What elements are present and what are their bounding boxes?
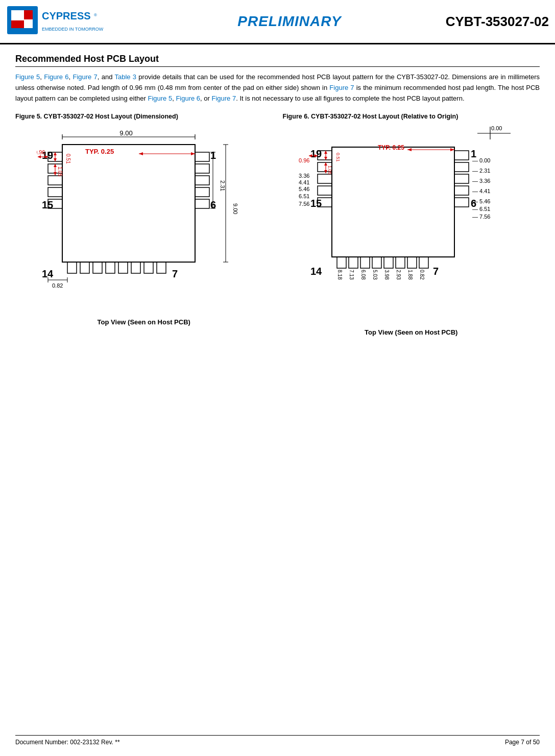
- svg-rect-76: [454, 151, 469, 160]
- svg-text:0.82: 0.82: [419, 270, 425, 280]
- figure6-link[interactable]: Figure 6: [44, 73, 68, 81]
- figure7-link2[interactable]: Figure 7: [329, 84, 354, 91]
- svg-rect-82: [349, 257, 358, 268]
- main-content: Recommended Host PCB Layout Figure 5, Fi…: [0, 44, 555, 357]
- figure7-link[interactable]: Figure 7: [73, 73, 98, 81]
- intro-paragraph: Figure 5, Figure 6, Figure 7, and Table …: [15, 72, 540, 104]
- svg-rect-20: [195, 152, 209, 161]
- svg-marker-4: [24, 10, 33, 19]
- svg-text:8.18: 8.18: [337, 270, 343, 280]
- svg-marker-5: [11, 20, 24, 28]
- svg-rect-18: [48, 187, 62, 197]
- svg-text:— 6.51: — 6.51: [472, 206, 490, 212]
- svg-text:19: 19: [310, 148, 322, 159]
- svg-text:0.82: 0.82: [52, 282, 63, 289]
- svg-text:2.31: 2.31: [220, 180, 226, 191]
- svg-rect-30: [131, 262, 140, 273]
- svg-text:6: 6: [210, 199, 216, 210]
- svg-text:— 5.46: — 5.46: [472, 198, 490, 204]
- cypress-logo: CYPRESS EMBEDDED IN TOMORROW ®: [6, 5, 118, 38]
- svg-text:1.05: 1.05: [57, 167, 63, 177]
- svg-rect-26: [80, 262, 89, 273]
- svg-marker-49: [139, 152, 143, 155]
- svg-rect-31: [144, 262, 153, 273]
- svg-rect-70: [332, 147, 454, 257]
- svg-text:7.13: 7.13: [349, 270, 354, 280]
- figures-row: Figure 5. CYBT-353027-02 Host Layout (Di…: [15, 113, 540, 336]
- svg-text:— 7.56: — 7.56: [472, 214, 490, 220]
- figure5-top-view-label: Top View (Seen on Host PCB): [98, 318, 190, 326]
- svg-text:— 4.41: — 4.41: [472, 188, 490, 194]
- figure6-link2[interactable]: Figure 6: [176, 94, 200, 102]
- page-header: CYPRESS EMBEDDED IN TOMORROW ® PRELIMINA…: [0, 0, 555, 44]
- svg-text:5.46: 5.46: [299, 186, 309, 192]
- svg-rect-84: [372, 257, 381, 268]
- svg-rect-78: [454, 174, 469, 183]
- svg-rect-29: [118, 262, 128, 273]
- figure5-caption: Figure 5. CYBT-353027-02 Host Layout (Di…: [15, 113, 178, 120]
- svg-rect-86: [396, 257, 405, 268]
- svg-text:14: 14: [310, 266, 322, 277]
- figure6-diagram: 0.00: [283, 124, 540, 323]
- svg-text:9.00: 9.00: [232, 203, 238, 214]
- svg-text:CYPRESS: CYPRESS: [42, 10, 91, 21]
- svg-text:EMBEDDED IN TOMORROW: EMBEDDED IN TOMORROW: [42, 27, 104, 32]
- svg-text:0.51: 0.51: [335, 153, 341, 162]
- svg-text:6.08: 6.08: [360, 270, 366, 280]
- svg-rect-25: [67, 262, 77, 273]
- svg-rect-80: [454, 198, 469, 207]
- svg-rect-81: [337, 257, 346, 268]
- figure6-block: Figure 6. CYBT-353027-02 Host Layout (Re…: [283, 113, 540, 336]
- table3-link[interactable]: Table 3: [114, 73, 136, 81]
- footer-page-number: Page 7 of 50: [505, 739, 540, 746]
- svg-marker-117: [324, 157, 327, 160]
- svg-text:15: 15: [310, 198, 322, 209]
- svg-text:TYP. 0.25: TYP. 0.25: [85, 148, 114, 155]
- svg-marker-44: [54, 152, 57, 155]
- svg-text:7.56: 7.56: [299, 201, 309, 207]
- svg-text:9.00: 9.00: [119, 129, 132, 137]
- figure5-block: Figure 5. CYBT-353027-02 Host Layout (Di…: [15, 113, 273, 336]
- svg-rect-23: [195, 187, 209, 197]
- svg-text:2.93: 2.93: [396, 270, 401, 280]
- svg-text:— 2.31: — 2.31: [472, 168, 490, 174]
- svg-rect-21: [195, 164, 209, 173]
- svg-marker-114: [450, 148, 454, 151]
- figure5-diagram: 9.00: [15, 124, 273, 313]
- figure5-svg: 9.00: [37, 124, 251, 313]
- section-heading: Recommended Host PCB Layout: [15, 54, 540, 67]
- header-part-number: CYBT-353027-02: [437, 14, 549, 30]
- svg-rect-74: [318, 186, 332, 195]
- svg-text:3.98: 3.98: [384, 270, 390, 280]
- svg-rect-73: [318, 174, 332, 183]
- svg-marker-113: [407, 148, 412, 151]
- svg-rect-24: [195, 199, 209, 208]
- svg-rect-32: [157, 262, 166, 273]
- svg-marker-3: [11, 10, 24, 20]
- svg-text:15: 15: [42, 199, 53, 210]
- svg-text:1: 1: [210, 150, 216, 161]
- svg-rect-85: [384, 257, 393, 268]
- svg-text:1.88: 1.88: [407, 270, 413, 280]
- figure5-link[interactable]: Figure 5: [15, 73, 40, 81]
- svg-rect-27: [93, 262, 102, 273]
- figure7-link3[interactable]: Figure 7: [212, 94, 236, 102]
- figure6-top-view-label: Top View (Seen on Host PCB): [365, 328, 457, 336]
- header-title: PRELIMINARY: [142, 13, 437, 30]
- svg-text:0.00: 0.00: [491, 125, 502, 131]
- svg-text:1.05: 1.05: [327, 166, 332, 175]
- svg-marker-40: [38, 155, 41, 158]
- svg-text:0.96: 0.96: [299, 157, 309, 163]
- svg-text:7: 7: [172, 268, 178, 279]
- svg-text:5.03: 5.03: [372, 270, 378, 280]
- svg-marker-6: [24, 19, 33, 28]
- footer-doc-number: Document Number: 002-23132 Rev. **: [15, 739, 120, 746]
- svg-rect-17: [48, 176, 62, 185]
- logo-area: CYPRESS EMBEDDED IN TOMORROW ®: [6, 5, 142, 38]
- page-footer: Document Number: 002-23132 Rev. ** Page …: [15, 735, 540, 746]
- svg-marker-52: [54, 164, 57, 167]
- svg-marker-50: [191, 152, 195, 155]
- svg-text:6.51: 6.51: [299, 193, 309, 199]
- figure5-link2[interactable]: Figure 5: [148, 94, 172, 102]
- svg-rect-79: [454, 186, 469, 195]
